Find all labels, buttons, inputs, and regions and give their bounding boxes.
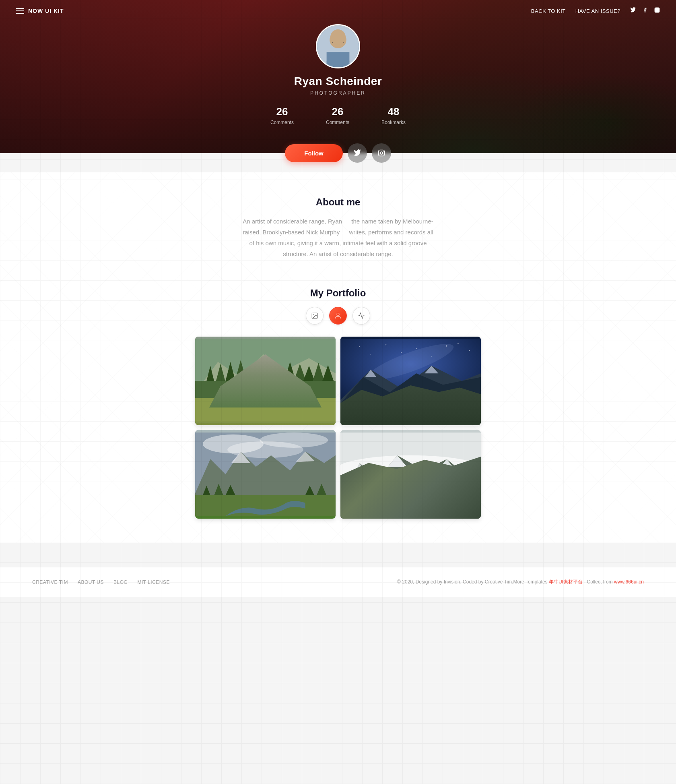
svg-rect-6 bbox=[327, 52, 350, 67]
white-section: About me An artist of considerable range… bbox=[0, 172, 676, 543]
profile-name: Ryan Scheinder bbox=[294, 75, 382, 88]
about-title: About me bbox=[80, 197, 596, 208]
filter-photos-button[interactable] bbox=[306, 307, 324, 325]
svg-point-52 bbox=[458, 343, 458, 344]
navbar-right: BACK TO KIT HAVE AN ISSUE? bbox=[531, 7, 660, 14]
back-to-kit-link[interactable]: BACK TO KIT bbox=[531, 8, 566, 14]
svg-point-35 bbox=[271, 391, 275, 395]
footer-copyright-text: © 2020, Designed by Invision. Coded by C… bbox=[397, 579, 549, 585]
portfolio-item-1[interactable] bbox=[195, 337, 336, 425]
svg-rect-40 bbox=[272, 401, 273, 405]
stat-comments-1-value: 26 bbox=[276, 105, 288, 118]
svg-point-33 bbox=[268, 395, 282, 401]
svg-point-46 bbox=[416, 348, 417, 349]
instagram-nav-icon[interactable] bbox=[654, 7, 660, 14]
svg-point-4 bbox=[330, 31, 346, 48]
svg-rect-32 bbox=[195, 398, 336, 422]
brand-name: NOW UI KIT bbox=[28, 8, 64, 14]
navbar-social-icons bbox=[630, 7, 660, 14]
svg-point-80 bbox=[340, 471, 481, 494]
footer-about-us[interactable]: ABOUT US bbox=[78, 579, 104, 585]
action-buttons-area: Follow bbox=[0, 143, 676, 163]
stat-comments-2-label: Comments bbox=[326, 120, 349, 125]
svg-point-79 bbox=[340, 455, 481, 486]
about-text: An artist of considerable range, Ryan — … bbox=[241, 216, 435, 259]
svg-rect-10 bbox=[378, 150, 384, 156]
svg-rect-7 bbox=[332, 39, 337, 43]
svg-point-14 bbox=[313, 314, 314, 315]
svg-marker-89 bbox=[363, 490, 375, 499]
portfolio-title: My Portfolio bbox=[0, 288, 676, 299]
hamburger-icon[interactable] bbox=[16, 8, 24, 14]
svg-rect-41 bbox=[276, 401, 277, 405]
svg-marker-62 bbox=[454, 398, 464, 405]
svg-line-37 bbox=[273, 388, 276, 391]
svg-point-48 bbox=[469, 350, 470, 351]
svg-point-12 bbox=[383, 151, 383, 152]
stats-row: 26 Comments 26 Comments 48 Bookmarks bbox=[270, 105, 406, 125]
stat-comments-2: 26 Comments bbox=[326, 105, 349, 125]
svg-point-45 bbox=[385, 344, 386, 345]
have-issue-link[interactable]: HAVE AN ISSUE? bbox=[575, 8, 620, 14]
svg-point-1 bbox=[656, 9, 658, 11]
footer-creative-tim[interactable]: CREATIVE TIM bbox=[32, 579, 68, 585]
footer-copyright: © 2020, Designed by Invision. Coded by C… bbox=[397, 579, 644, 585]
footer-links: CREATIVE TIM ABOUT US BLOG MIT LICENSE bbox=[32, 579, 170, 585]
hero-section: NOW UI KIT BACK TO KIT HAVE AN ISSUE? bbox=[0, 0, 676, 153]
svg-rect-42 bbox=[278, 401, 280, 405]
follow-button[interactable]: Follow bbox=[285, 144, 343, 162]
svg-marker-88 bbox=[352, 489, 363, 499]
svg-rect-8 bbox=[339, 39, 344, 43]
navbar: NOW UI KIT BACK TO KIT HAVE AN ISSUE? bbox=[0, 0, 676, 22]
instagram-follow-button[interactable] bbox=[372, 143, 391, 163]
svg-rect-86 bbox=[340, 499, 481, 516]
svg-marker-63 bbox=[464, 396, 473, 406]
facebook-nav-icon[interactable] bbox=[642, 7, 648, 14]
avatar bbox=[316, 24, 360, 68]
portfolio-item-3[interactable] bbox=[195, 430, 336, 519]
svg-marker-87 bbox=[340, 490, 352, 499]
svg-marker-90 bbox=[447, 489, 458, 499]
svg-point-44 bbox=[359, 346, 360, 347]
stat-bookmarks-value: 48 bbox=[388, 105, 400, 118]
stat-bookmarks: 48 Bookmarks bbox=[381, 105, 406, 125]
filter-activity-button[interactable] bbox=[352, 307, 370, 325]
svg-point-15 bbox=[337, 313, 339, 315]
portfolio-item-2[interactable] bbox=[340, 337, 481, 425]
svg-rect-58 bbox=[340, 405, 481, 422]
portfolio-section: My Portfolio bbox=[0, 275, 676, 527]
svg-marker-91 bbox=[458, 490, 469, 499]
svg-line-36 bbox=[269, 387, 273, 391]
profile-title: PHOTOGRAPHER bbox=[310, 90, 366, 96]
svg-marker-24 bbox=[256, 361, 268, 381]
stat-comments-2-value: 26 bbox=[332, 105, 344, 118]
portfolio-item-4[interactable] bbox=[340, 430, 481, 519]
page-wrapper: NOW UI KIT BACK TO KIT HAVE AN ISSUE? bbox=[0, 0, 676, 597]
svg-line-38 bbox=[267, 387, 269, 390]
footer-mit-license[interactable]: MIT LICENSE bbox=[137, 579, 170, 585]
stat-bookmarks-label: Bookmarks bbox=[381, 120, 406, 125]
svg-marker-25 bbox=[266, 363, 278, 381]
portfolio-grid bbox=[187, 337, 489, 519]
stat-comments-1: 26 Comments bbox=[270, 105, 294, 125]
avatar-image bbox=[317, 25, 359, 67]
svg-rect-34 bbox=[273, 394, 276, 401]
footer-collect-text: - Collect from bbox=[584, 579, 614, 585]
about-section: About me An artist of considerable range… bbox=[0, 176, 676, 275]
svg-point-50 bbox=[401, 352, 402, 353]
filter-people-button[interactable] bbox=[329, 307, 347, 325]
svg-point-2 bbox=[658, 8, 659, 9]
svg-point-11 bbox=[380, 152, 383, 154]
portfolio-filters bbox=[0, 307, 676, 325]
svg-rect-39 bbox=[270, 401, 271, 405]
svg-marker-92 bbox=[470, 489, 481, 499]
twitter-follow-button[interactable] bbox=[348, 143, 367, 163]
svg-point-49 bbox=[371, 354, 371, 355]
stat-comments-1-label: Comments bbox=[270, 120, 294, 125]
footer-template-link[interactable]: 年牛UI素材平台 bbox=[549, 579, 583, 585]
footer: CREATIVE TIM ABOUT US BLOG MIT LICENSE ©… bbox=[0, 567, 676, 597]
footer-site-link[interactable]: www.666ui.cn bbox=[614, 579, 644, 585]
twitter-nav-icon[interactable] bbox=[630, 7, 636, 14]
footer-blog[interactable]: BLOG bbox=[113, 579, 128, 585]
navbar-brand-area: NOW UI KIT bbox=[16, 8, 64, 14]
